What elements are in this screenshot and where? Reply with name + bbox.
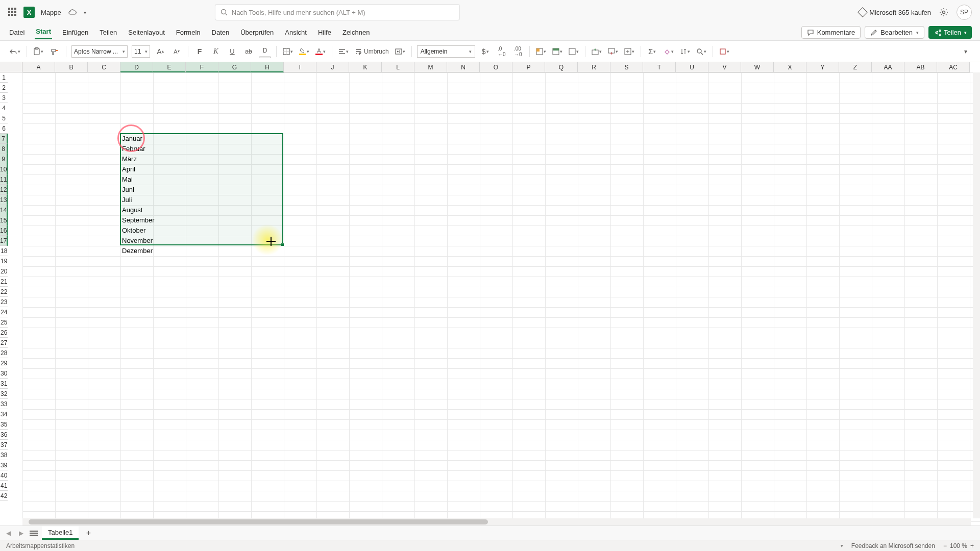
row-header[interactable]: 6: [0, 123, 8, 134]
document-name[interactable]: Mappe: [41, 9, 61, 16]
row-header[interactable]: 15: [0, 215, 8, 226]
feedback-link[interactable]: Feedback an Microsoft senden: [851, 542, 935, 549]
menu-item-ansicht[interactable]: Ansicht: [284, 27, 308, 38]
decrease-font-button[interactable]: A▾: [170, 45, 183, 58]
app-launcher-icon[interactable]: [8, 8, 17, 17]
strikethrough-button[interactable]: ab: [242, 45, 255, 58]
col-header[interactable]: E: [153, 62, 186, 72]
row-header[interactable]: 39: [0, 460, 8, 470]
clear-button[interactable]: ▾: [663, 45, 675, 58]
menu-item-daten[interactable]: Daten: [211, 27, 231, 38]
col-header[interactable]: D: [120, 62, 153, 72]
share-button[interactable]: Teilen ▾: [928, 26, 972, 39]
cell[interactable]: August: [120, 205, 153, 215]
menu-item-start[interactable]: Start: [35, 26, 52, 39]
borders-button[interactable]: ▾: [282, 45, 294, 58]
delete-cells-button[interactable]: ▾: [607, 45, 619, 58]
row-header[interactable]: 25: [0, 317, 8, 328]
format-cells-button[interactable]: ▾: [623, 45, 635, 58]
col-header[interactable]: W: [741, 62, 774, 72]
row-header[interactable]: 3: [0, 93, 8, 103]
menu-item-überprüfen[interactable]: Überprüfen: [239, 27, 275, 38]
wrap-text-button[interactable]: Umbruch: [354, 45, 390, 58]
bold-button[interactable]: F: [193, 45, 206, 58]
col-header[interactable]: R: [578, 62, 610, 72]
row-header[interactable]: 2: [0, 83, 8, 93]
add-sheet-button[interactable]: +: [83, 528, 94, 539]
menu-item-seitenlayout[interactable]: Seitenlayout: [127, 27, 166, 38]
vertical-scrollbar[interactable]: [973, 72, 980, 518]
cell-styles-button[interactable]: ▾: [568, 45, 580, 58]
col-header[interactable]: N: [447, 62, 480, 72]
row-header[interactable]: 1: [0, 72, 8, 83]
conditional-format-button[interactable]: ▾: [535, 45, 547, 58]
row-header[interactable]: 41: [0, 481, 8, 491]
cell[interactable]: November: [120, 236, 153, 246]
row-header[interactable]: 11: [0, 174, 8, 185]
paste-button[interactable]: ▾: [32, 45, 44, 58]
cell[interactable]: September: [120, 215, 153, 226]
find-button[interactable]: ▾: [695, 45, 707, 58]
doc-name-dropdown-icon[interactable]: ▾: [84, 10, 86, 15]
align-button[interactable]: ▾: [337, 45, 350, 58]
settings-icon[interactable]: [939, 8, 948, 17]
menu-item-hilfe[interactable]: Hilfe: [317, 27, 332, 38]
row-header[interactable]: 16: [0, 226, 8, 236]
menu-item-datei[interactable]: Datei: [8, 27, 26, 38]
cell[interactable]: März: [120, 154, 153, 164]
col-header[interactable]: X: [774, 62, 806, 72]
font-size-select[interactable]: 11▾: [132, 45, 150, 58]
row-header[interactable]: 8: [0, 144, 8, 154]
col-header[interactable]: F: [186, 62, 218, 72]
row-header[interactable]: 24: [0, 307, 8, 317]
row-header[interactable]: 33: [0, 399, 8, 409]
cell[interactable]: Januar: [120, 134, 153, 144]
number-format-select[interactable]: Allgemein▾: [417, 45, 475, 58]
cell[interactable]: Dezember: [120, 246, 153, 256]
increase-font-button[interactable]: A▴: [154, 45, 166, 58]
row-header[interactable]: 21: [0, 277, 8, 287]
col-header[interactable]: AA: [872, 62, 904, 72]
font-color-button[interactable]: A▾: [314, 45, 327, 58]
col-header[interactable]: L: [382, 62, 414, 72]
row-header[interactable]: 14: [0, 205, 8, 215]
cells-area[interactable]: JanuarFebruarMärzAprilMaiJuniJuliAugustS…: [22, 72, 980, 525]
select-all-corner[interactable]: [0, 62, 22, 72]
decrease-decimal-button[interactable]: .00→0: [512, 45, 524, 58]
menu-item-formeln[interactable]: Formeln: [175, 27, 202, 38]
col-header[interactable]: J: [316, 62, 349, 72]
row-header[interactable]: 35: [0, 419, 8, 430]
sort-filter-button[interactable]: ▾: [679, 45, 691, 58]
row-header[interactable]: 30: [0, 368, 8, 379]
row-header[interactable]: 10: [0, 164, 8, 174]
underline-button[interactable]: U: [226, 45, 238, 58]
user-avatar[interactable]: SP: [957, 5, 972, 20]
menu-item-teilen[interactable]: Teilen: [99, 27, 118, 38]
row-header[interactable]: 40: [0, 470, 8, 481]
cell[interactable]: Mai: [120, 174, 153, 185]
collapse-ribbon-icon[interactable]: ▾: [960, 45, 972, 58]
sheet-tab[interactable]: Tabelle1: [42, 527, 79, 540]
col-header[interactable]: U: [676, 62, 708, 72]
row-header[interactable]: 23: [0, 297, 8, 307]
col-header[interactable]: O: [480, 62, 512, 72]
undo-button[interactable]: ▾: [8, 45, 21, 58]
menu-item-zeichnen[interactable]: Zeichnen: [341, 27, 371, 38]
fill-color-button[interactable]: ▾: [298, 45, 310, 58]
row-header[interactable]: 18: [0, 246, 8, 256]
row-header[interactable]: 19: [0, 256, 8, 266]
comments-button[interactable]: Kommentare: [801, 26, 861, 39]
col-header[interactable]: B: [55, 62, 88, 72]
row-header[interactable]: 32: [0, 389, 8, 399]
col-header[interactable]: S: [610, 62, 643, 72]
sheet-nav-prev[interactable]: ◀: [4, 530, 13, 537]
row-header[interactable]: 38: [0, 450, 8, 460]
font-name-select[interactable]: Aptos Narrow ...▾: [71, 45, 128, 58]
row-header[interactable]: 12: [0, 185, 8, 195]
col-header[interactable]: K: [349, 62, 382, 72]
row-header[interactable]: 29: [0, 358, 8, 368]
row-header[interactable]: 31: [0, 379, 8, 389]
col-header[interactable]: V: [708, 62, 741, 72]
col-header[interactable]: G: [218, 62, 251, 72]
sheet-nav-next[interactable]: ▶: [17, 530, 26, 537]
